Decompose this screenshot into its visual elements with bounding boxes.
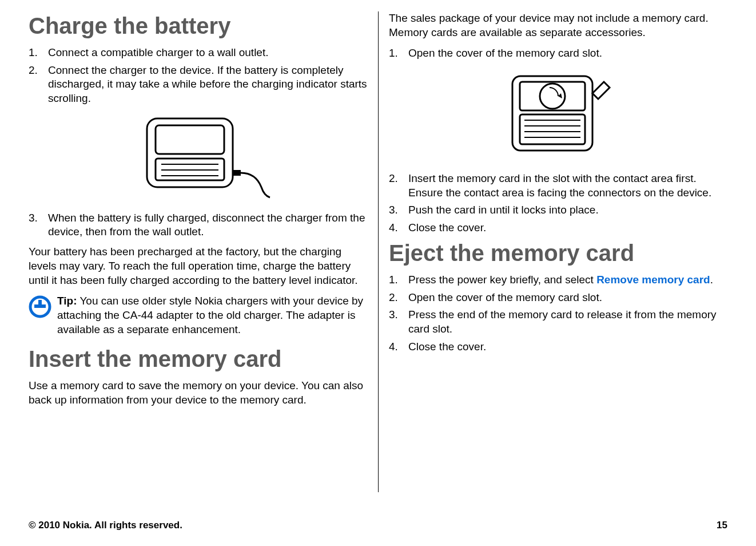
charge-steps-part1: 1. Connect a compatible charger to a wal…	[29, 46, 368, 106]
step-text: Open the cover of the memory card slot.	[408, 46, 727, 61]
insert-steps-part1: 1. Open the cover of the memory card slo…	[389, 46, 727, 61]
svg-rect-9	[34, 304, 46, 308]
eject-steps: 1. Press the power key briefly, and sele…	[389, 273, 727, 354]
step-number: 2.	[389, 291, 408, 305]
page-footer: © 2010 Nokia. All rights reserved. 15	[29, 520, 727, 531]
heading-charge-battery: Charge the battery	[29, 14, 368, 38]
step-text: When the battery is fully charged, disco…	[48, 211, 368, 239]
manual-page: Charge the battery 1. Connect a compatib…	[0, 0, 756, 546]
tip-icon	[29, 295, 51, 318]
insert-paragraph-2: The sales package of your device may not…	[389, 11, 727, 39]
step-number: 1.	[29, 46, 48, 60]
list-item: 2. Connect the charger to the device. If…	[29, 64, 368, 106]
copyright-text: © 2010 Nokia. All rights reserved.	[29, 520, 182, 531]
list-item: 3. When the battery is fully charged, di…	[29, 211, 368, 239]
svg-rect-12	[520, 114, 585, 144]
tip-box: Tip: You can use older style Nokia charg…	[29, 294, 368, 337]
list-item: 3. Push the card in until it locks into …	[389, 203, 727, 217]
step-text: Close the cover.	[408, 221, 727, 235]
step-number: 3.	[389, 308, 408, 336]
step-number: 4.	[389, 221, 408, 235]
list-item: 3. Press the end of the memory card to r…	[389, 308, 727, 336]
list-item: 1. Press the power key briefly, and sele…	[389, 273, 727, 287]
memory-card-slot-illustration	[492, 68, 624, 159]
charge-paragraph: Your battery has been precharged at the …	[29, 245, 368, 287]
insert-steps-part2: 2. Insert the memory card in the slot wi…	[389, 172, 727, 235]
step-number: 3.	[29, 211, 48, 239]
step-number: 2.	[389, 172, 408, 200]
figure-memory-card-slot	[389, 68, 727, 161]
list-item: 1. Connect a compatible charger to a wal…	[29, 46, 368, 60]
step-number: 1.	[389, 273, 408, 287]
step-text: Insert the memory card in the slot with …	[408, 172, 727, 200]
step-number: 4.	[389, 340, 408, 354]
heading-eject-memory-card: Eject the memory card	[389, 241, 727, 265]
right-column: The sales package of your device may not…	[378, 11, 727, 492]
page-number: 15	[717, 520, 727, 531]
heading-insert-memory-card: Insert the memory card	[29, 347, 368, 371]
remove-memory-card-link[interactable]: Remove memory card	[596, 274, 710, 286]
list-item: 2. Open the cover of the memory card slo…	[389, 291, 727, 305]
two-column-layout: Charge the battery 1. Connect a compatib…	[29, 11, 727, 492]
figure-charging-device	[29, 113, 368, 201]
tip-label: Tip:	[57, 295, 77, 307]
step-text: Connect a compatible charger to a wall o…	[48, 46, 368, 60]
step-text: Connect the charger to the device. If th…	[48, 64, 368, 106]
step-text: Open the cover of the memory card slot.	[408, 291, 727, 305]
tip-text: Tip: You can use older style Nokia charg…	[57, 294, 368, 337]
tip-body: You can use older style Nokia chargers w…	[57, 295, 363, 335]
device-charging-illustration	[124, 113, 273, 199]
list-item: 4. Close the cover.	[389, 221, 727, 235]
step-number: 3.	[389, 203, 408, 217]
step-prefix: Press the power key briefly, and select	[408, 274, 596, 286]
svg-rect-1	[156, 125, 224, 154]
svg-rect-11	[520, 82, 585, 110]
charge-steps-part2: 3. When the battery is fully charged, di…	[29, 211, 368, 239]
step-number: 1.	[389, 46, 408, 61]
list-item: 4. Close the cover.	[389, 340, 727, 354]
step-number: 2.	[29, 64, 48, 106]
step-text: Close the cover.	[408, 340, 727, 354]
list-item: 2. Insert the memory card in the slot wi…	[389, 172, 727, 200]
step-text: Press the power key briefly, and select …	[408, 273, 727, 287]
step-text: Push the card in until it locks into pla…	[408, 203, 727, 217]
list-item: 1. Open the cover of the memory card slo…	[389, 46, 727, 61]
step-suffix: .	[710, 274, 713, 286]
insert-paragraph: Use a memory card to save the memory on …	[29, 379, 368, 407]
left-column: Charge the battery 1. Connect a compatib…	[29, 11, 378, 492]
step-text: Press the end of the memory card to rele…	[408, 308, 727, 336]
svg-rect-6	[233, 170, 241, 176]
